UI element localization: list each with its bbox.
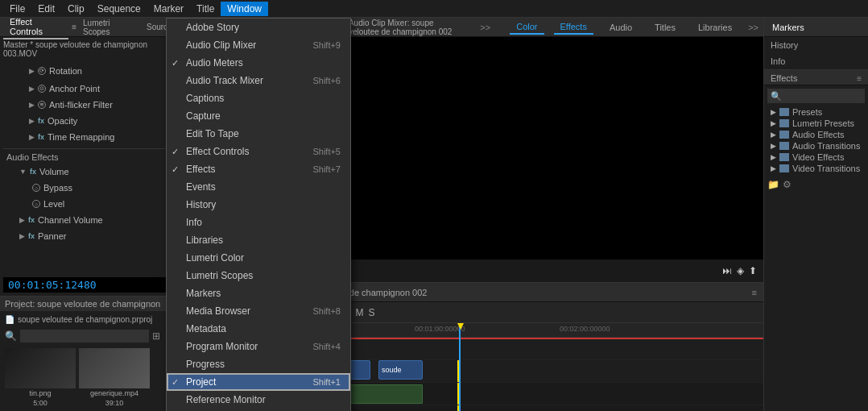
- dd-markers[interactable]: Markers: [167, 284, 350, 302]
- dd-program-monitor[interactable]: Program MonitorShift+4: [167, 338, 350, 355]
- dd-effects[interactable]: EffectsShift+7: [167, 160, 350, 178]
- menu-bar: File Edit Clip Sequence Marker Title Win…: [0, 0, 868, 18]
- dd-effect-controls[interactable]: Effect ControlsShift+5: [167, 143, 350, 160]
- menu-marker[interactable]: Marker: [147, 2, 190, 16]
- dd-media-browser[interactable]: Media BrowserShift+8: [167, 302, 350, 320]
- dd-audio-meters[interactable]: Audio Meters: [167, 54, 350, 72]
- menu-edit[interactable]: Edit: [31, 2, 61, 16]
- dd-audio-track-mixer[interactable]: Audio Track MixerShift+6: [167, 72, 350, 89]
- dd-libraries[interactable]: Libraries: [167, 231, 350, 249]
- dd-info[interactable]: Info: [167, 214, 350, 231]
- menu-clip[interactable]: Clip: [61, 2, 91, 16]
- menu-file[interactable]: File: [3, 2, 31, 16]
- menu-sequence[interactable]: Sequence: [91, 2, 147, 16]
- window-dropdown-menu: Adobe Story Audio Clip MixerShift+9 Audi…: [166, 18, 351, 411]
- dd-lumetri-scopes[interactable]: Lumetri Scopes: [167, 267, 350, 284]
- dd-capture[interactable]: Capture: [167, 107, 350, 125]
- dd-metadata[interactable]: Metadata: [167, 320, 350, 338]
- dd-edit-to-tape[interactable]: Edit To Tape: [167, 125, 350, 143]
- menu-window[interactable]: Window: [221, 2, 268, 16]
- dd-adobe-story[interactable]: Adobe Story: [167, 19, 350, 36]
- menu-title[interactable]: Title: [190, 2, 221, 16]
- dd-events[interactable]: Events: [167, 178, 350, 196]
- dd-lumetri-color[interactable]: Lumetri Color: [167, 249, 350, 267]
- dd-history[interactable]: History: [167, 196, 350, 214]
- dd-audio-clip-mixer[interactable]: Audio Clip MixerShift+9: [167, 36, 350, 54]
- dd-progress[interactable]: Progress: [167, 355, 350, 373]
- dd-project[interactable]: ProjectShift+1: [167, 373, 350, 391]
- dropdown-overlay[interactable]: Adobe Story Audio Clip MixerShift+9 Audi…: [0, 0, 868, 411]
- dd-captions[interactable]: Captions: [167, 89, 350, 107]
- dd-reference-monitor[interactable]: Reference Monitor: [167, 391, 350, 409]
